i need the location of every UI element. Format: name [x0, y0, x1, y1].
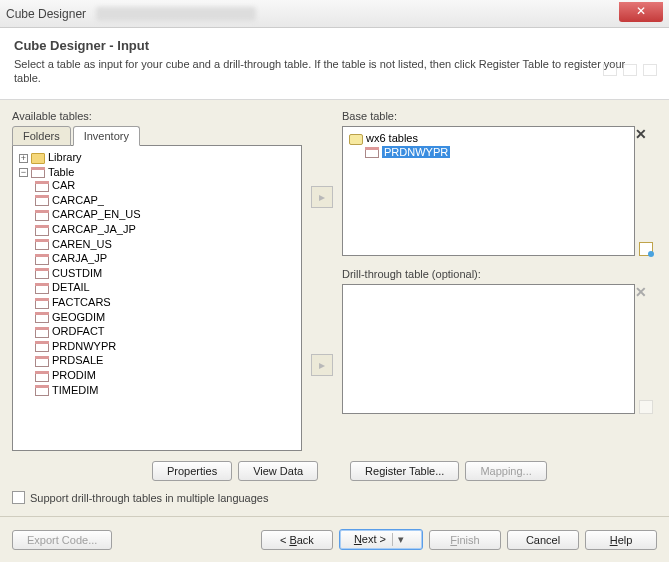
tree-item[interactable]: CAR [35, 178, 297, 193]
tree-item-label: CUSTDIM [52, 267, 102, 279]
table-icon [35, 210, 49, 221]
move-to-drill-button[interactable]: ▸ [311, 354, 333, 376]
next-dropdown-icon[interactable]: ▾ [392, 533, 408, 546]
tree-item[interactable]: CARCAP_JA_JP [35, 222, 297, 237]
drill-properties-icon [639, 400, 653, 414]
available-tabstrip: Folders Inventory [12, 126, 302, 146]
tree-item[interactable]: CARCAP_ [35, 193, 297, 208]
base-selected-node[interactable]: PRDNWYPR [365, 145, 630, 160]
header-title: Cube Designer - Input [14, 38, 655, 53]
finish-button: Finish [429, 530, 501, 550]
tree-item-label: PRODIM [52, 369, 96, 381]
tree-item-label: PRDSALE [52, 354, 103, 366]
drill-table-label: Drill-through table (optional): [342, 268, 657, 280]
multilang-checkbox[interactable] [12, 491, 25, 504]
table-icon [35, 195, 49, 206]
table-icon [35, 312, 49, 323]
tree-item[interactable]: ORDFACT [35, 324, 297, 339]
table-icon [35, 181, 49, 192]
register-table-button[interactable]: Register Table... [350, 461, 459, 481]
available-tree[interactable]: +Library −Table CARCARCAP_CARCAP_EN_USCA… [12, 145, 302, 451]
maximize-icon[interactable] [623, 64, 637, 76]
collapse-icon[interactable]: − [19, 168, 28, 177]
table-icon [35, 254, 49, 265]
tree-item-label: CARCAP_ [52, 194, 104, 206]
table-icon [365, 147, 379, 158]
title-blur [96, 7, 256, 21]
tree-item[interactable]: DETAIL [35, 280, 297, 295]
close-button[interactable]: ✕ [619, 2, 663, 22]
drill-table-box[interactable] [342, 284, 635, 414]
tree-item[interactable]: PRDNWYPR [35, 339, 297, 354]
tree-item[interactable]: CARCAP_EN_US [35, 207, 297, 222]
tree-item[interactable]: PRDSALE [35, 353, 297, 368]
title-bar: Cube Designer ✕ [0, 0, 669, 28]
table-icon [35, 356, 49, 367]
table-icon [35, 283, 49, 294]
tree-item-label: CAREN_US [52, 238, 112, 250]
export-code-button: Export Code... [12, 530, 112, 550]
tree-item[interactable]: GEOGDIM [35, 310, 297, 325]
tree-item[interactable]: TIMEDIM [35, 383, 297, 398]
tree-item-label: CAR [52, 179, 75, 191]
tree-item-label: CARJA_JP [52, 252, 107, 264]
cancel-button[interactable]: Cancel [507, 530, 579, 550]
base-table-label: Base table: [342, 110, 657, 122]
tab-folders[interactable]: Folders [12, 126, 71, 146]
back-button[interactable]: < Back [261, 530, 333, 550]
tree-item-label: GEOGDIM [52, 311, 105, 323]
table-icon [35, 298, 49, 309]
properties-button[interactable]: Properties [152, 461, 232, 481]
tree-item-label: DETAIL [52, 281, 90, 293]
table-icon [35, 341, 49, 352]
mapping-button: Mapping... [465, 461, 546, 481]
available-tables-label: Available tables: [12, 110, 302, 122]
table-icon [35, 225, 49, 236]
table-icon [35, 268, 49, 279]
minimize-icon[interactable] [603, 64, 617, 76]
table-icon [35, 371, 49, 382]
header-subtitle: Select a table as input for your cube an… [14, 57, 655, 85]
multilang-label: Support drill-through tables in multiple… [30, 492, 268, 504]
move-to-base-button[interactable]: ▸ [311, 186, 333, 208]
tree-node-library[interactable]: +Library [19, 150, 297, 165]
expand-icon[interactable]: + [19, 154, 28, 163]
tree-item[interactable]: FACTCARS [35, 295, 297, 310]
next-button[interactable]: Next >▾ [339, 529, 423, 550]
table-icon [35, 327, 49, 338]
tree-node-table[interactable]: −Table CARCARCAP_CARCAP_EN_USCARCAP_JA_J… [19, 165, 297, 399]
tree-item[interactable]: CARJA_JP [35, 251, 297, 266]
tree-item[interactable]: PRODIM [35, 368, 297, 383]
tree-item-label: CARCAP_EN_US [52, 208, 141, 220]
dialog-header: Cube Designer - Input Select a table as … [0, 28, 669, 100]
tree-item-label: ORDFACT [52, 325, 105, 337]
help-button[interactable]: Help [585, 530, 657, 550]
tree-item-label: PRDNWYPR [52, 340, 116, 352]
table-icon [31, 167, 45, 178]
view-data-button[interactable]: View Data [238, 461, 318, 481]
wizard-footer: Export Code... < Back Next >▾ Finish Can… [0, 516, 669, 562]
folder-icon [31, 153, 45, 164]
remove-base-button[interactable]: ✕ [635, 126, 649, 140]
tree-item[interactable]: CUSTDIM [35, 266, 297, 281]
tab-inventory[interactable]: Inventory [73, 126, 140, 146]
close-icon[interactable] [643, 64, 657, 76]
table-icon [35, 385, 49, 396]
tree-item-label: FACTCARS [52, 296, 111, 308]
tree-item-label: TIMEDIM [52, 384, 98, 396]
remove-drill-button[interactable]: ✕ [635, 284, 649, 298]
window-title: Cube Designer [6, 7, 86, 21]
table-icon [35, 239, 49, 250]
base-root-node[interactable]: wx6 tables PRDNWYPR [349, 131, 630, 160]
database-icon [349, 134, 363, 145]
tree-item-label: CARCAP_JA_JP [52, 223, 136, 235]
header-window-icons [603, 64, 657, 76]
tree-item[interactable]: CAREN_US [35, 237, 297, 252]
table-properties-icon[interactable] [639, 242, 653, 256]
base-table-box[interactable]: wx6 tables PRDNWYPR [342, 126, 635, 256]
